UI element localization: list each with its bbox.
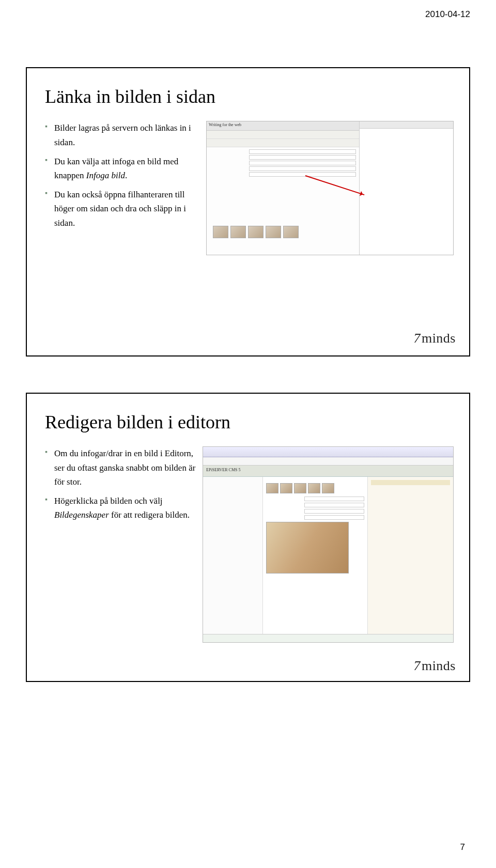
image-thumb: [322, 483, 334, 493]
slide-title: Länka in bilden i sidan: [45, 86, 454, 107]
image-thumb: [230, 226, 246, 238]
header-date: 2010-04-12: [425, 9, 470, 20]
editor-area: [263, 477, 368, 642]
logo-prefix: 7: [413, 658, 421, 673]
properties-panel: [368, 477, 453, 642]
page-tree: [203, 477, 263, 642]
image-thumb: [294, 483, 306, 493]
folder-tree: [360, 129, 453, 139]
bullet-list: Bilder lagras på servern och länkas in i…: [45, 121, 195, 255]
screenshot-thumbnail: EPiSERVER CMS 5: [203, 446, 454, 643]
slide-card: Länka in bilden i sidan Bilder lagras på…: [26, 67, 470, 357]
image-thumb: [248, 226, 264, 238]
form-fields: [207, 147, 359, 180]
page-number: 7: [460, 842, 465, 853]
bullet-list: Om du infogar/drar in en bild i Editorn,…: [45, 446, 197, 643]
list-item: Om du infogar/drar in en bild i Editorn,…: [45, 446, 197, 489]
browser-statusbar: [203, 634, 453, 642]
image-thumb: [280, 483, 292, 493]
cms-header: EPiSERVER CMS 5: [203, 466, 453, 477]
editor-panel: Writing for the web: [207, 121, 360, 255]
logo-text: minds: [422, 331, 456, 346]
file-manager-panel: [360, 121, 453, 255]
list-item: Bilder lagras på servern och länkas in i…: [45, 121, 195, 149]
slide-body: Bilder lagras på servern och länkas in i…: [45, 121, 454, 255]
image-thumb: [283, 226, 299, 238]
list-item: Högerklicka på bilden och välj Bildegens…: [45, 494, 197, 522]
brand-logo: 7minds: [413, 331, 456, 346]
logo-text: minds: [422, 658, 456, 673]
slide-card: Redigera bilden i editorn Om du infogar/…: [26, 393, 470, 682]
image-thumb: [308, 483, 320, 493]
browser-titlebar: [203, 447, 453, 457]
screenshot-thumbnail: Writing for the web: [206, 121, 454, 255]
image-thumb: [266, 226, 281, 238]
preview-image: [266, 522, 349, 574]
list-item: Du kan också öppna filhanteraren till hö…: [45, 188, 195, 230]
thumbnail-row: [210, 224, 302, 240]
logo-prefix: 7: [413, 331, 421, 346]
image-thumb: [266, 483, 278, 493]
brand-logo: 7minds: [413, 658, 456, 674]
browser-addressbar: [203, 457, 453, 466]
thumbnail-row: [266, 483, 364, 493]
cms-body: [203, 477, 453, 642]
toolbar: [207, 139, 359, 147]
image-thumb: [213, 226, 228, 238]
tabs: [360, 121, 453, 129]
toolbar: [207, 131, 359, 139]
list-item: Du kan välja att infoga en bild med knap…: [45, 154, 195, 182]
slide-body: Om du infogar/drar in en bild i Editorn,…: [45, 446, 454, 643]
window-title: Writing for the web: [207, 121, 359, 131]
slide-title: Redigera bilden i editorn: [45, 412, 454, 433]
